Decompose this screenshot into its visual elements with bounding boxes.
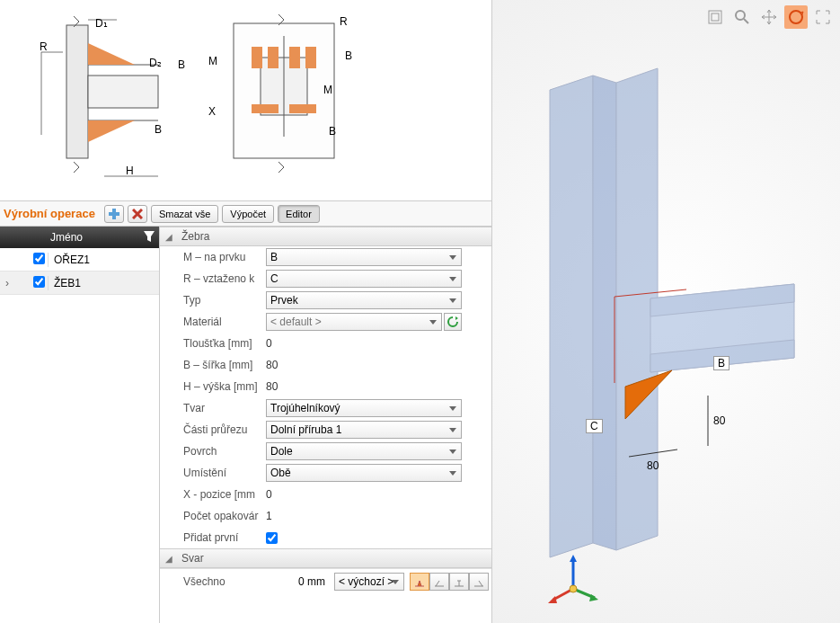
svg-rect-13: [252, 47, 262, 68]
fullscreen-button[interactable]: [811, 5, 835, 29]
operations-toolbar: Výrobní operace Smazat vše Výpočet Edito…: [0, 201, 491, 227]
add-first-checkbox[interactable]: [266, 532, 278, 544]
svg-rect-18: [289, 104, 316, 113]
r-related-to-select[interactable]: C: [266, 270, 462, 288]
filter-icon[interactable]: [143, 230, 155, 243]
compute-button[interactable]: Výpočet: [222, 205, 274, 223]
svg-line-24: [744, 19, 748, 23]
properties-panel: ◢Žebra M – na prvku B R – vztaženo k C T…: [160, 227, 491, 623]
weld-size-value[interactable]: 0 mm: [271, 575, 329, 588]
material-reload-button[interactable]: [444, 313, 462, 331]
svg-rect-17: [252, 104, 279, 113]
shape-select[interactable]: Trojúhelníkový: [266, 399, 462, 417]
schematic-diagram: R D₁ D₂ B B H M X R B M: [0, 0, 491, 201]
dim-label: M: [208, 55, 217, 67]
x-position-value[interactable]: 0: [266, 488, 272, 501]
dim-label: D₁: [95, 17, 108, 30]
group-header-svar[interactable]: ◢Svar: [160, 548, 491, 568]
b-width-value[interactable]: 80: [266, 359, 278, 371]
pan-button[interactable]: [757, 5, 781, 29]
svg-rect-21: [709, 11, 721, 23]
zoom-fit-button[interactable]: [703, 5, 727, 29]
h-height-value[interactable]: 80: [266, 380, 278, 393]
section-part-select[interactable]: Dolní příruba 1: [266, 421, 462, 439]
add-operation-button[interactable]: [104, 205, 124, 223]
orbit-button[interactable]: [784, 5, 808, 29]
svg-rect-20: [109, 212, 119, 216]
axis-triad-icon: [546, 553, 600, 607]
viewport-label-c: C: [586, 419, 603, 433]
surface-select[interactable]: Dole: [266, 442, 462, 460]
placement-select[interactable]: Obě: [266, 464, 462, 482]
weld-type-b-button[interactable]: [429, 573, 449, 591]
weld-mode-select[interactable]: < výchozí >: [334, 573, 404, 591]
operation-list-header: Jméno: [0, 227, 159, 248]
dim-80-v: 80: [713, 414, 726, 427]
viewport-label-b: B: [713, 356, 729, 370]
zoom-button[interactable]: [730, 5, 754, 29]
material-select[interactable]: < default >: [266, 313, 442, 331]
svg-rect-14: [268, 47, 279, 68]
operation-visible-checkbox[interactable]: [33, 276, 45, 288]
dim-80-h: 80: [647, 459, 659, 472]
operation-row[interactable]: › ŽEB1: [0, 271, 159, 295]
dim-label: R: [40, 40, 48, 53]
svg-marker-37: [570, 555, 577, 562]
svg-rect-0: [66, 25, 88, 158]
dim-label: M: [323, 84, 332, 96]
svg-rect-3: [88, 76, 158, 108]
remove-operation-button[interactable]: [128, 205, 147, 223]
dim-label: B: [345, 49, 352, 62]
repeat-count-value[interactable]: 1: [266, 510, 272, 522]
weld-type-d-button[interactable]: [469, 573, 489, 591]
delete-all-button[interactable]: Smazat vše: [151, 205, 218, 223]
svg-point-23: [736, 11, 745, 20]
view-tools: [703, 5, 835, 29]
svg-rect-15: [289, 47, 300, 68]
weld-type-a-button[interactable]: [410, 573, 429, 591]
svg-rect-16: [305, 47, 316, 68]
dim-label: H: [126, 165, 134, 177]
type-select[interactable]: Prvek: [266, 291, 462, 309]
editor-button[interactable]: Editor: [278, 205, 320, 223]
dim-label: R: [340, 15, 348, 28]
weld-type-c-button[interactable]: [449, 573, 469, 591]
dim-label: D₂: [149, 57, 162, 69]
svg-marker-5: [88, 120, 135, 142]
svg-marker-26: [550, 76, 593, 557]
m-on-element-select[interactable]: B: [266, 248, 462, 266]
panel-title: Výrobní operace: [4, 207, 95, 220]
thickness-value[interactable]: 0: [266, 337, 272, 350]
svg-rect-22: [712, 13, 719, 21]
dim-label: X: [208, 105, 216, 118]
group-header-zebra[interactable]: ◢Žebra: [160, 227, 491, 246]
svg-point-42: [570, 585, 577, 592]
svg-point-25: [790, 11, 802, 23]
operation-visible-checkbox[interactable]: [33, 253, 45, 264]
dim-label: B: [178, 58, 185, 71]
dim-label: B: [155, 123, 162, 136]
operation-row[interactable]: OŘEZ1: [0, 248, 159, 271]
viewport-3d[interactable]: 80 80 B C: [492, 0, 840, 623]
svg-marker-27: [593, 76, 616, 550]
model-render: 80 80: [492, 0, 840, 623]
operation-list: Jméno OŘEZ1 › ŽEB1: [0, 227, 160, 623]
svg-marker-4: [88, 43, 135, 65]
dim-label: B: [329, 125, 336, 138]
